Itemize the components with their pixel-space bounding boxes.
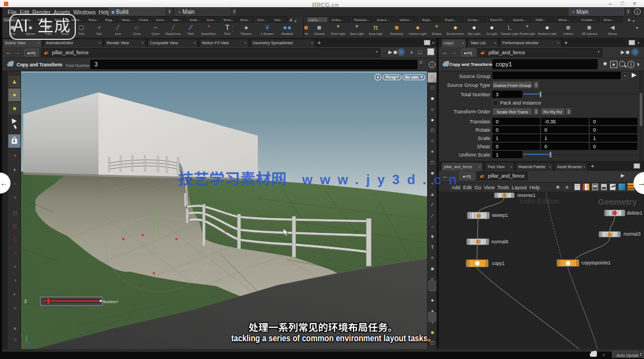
svg-text:y: y — [21, 333, 23, 336]
svg-text:copytopoints1: copytopoints1 — [581, 260, 611, 266]
svg-text:Persp: Persp — [386, 75, 396, 80]
svg-text:sweep1: sweep1 — [492, 212, 508, 218]
svg-text:normal3: normal3 — [624, 231, 641, 237]
svg-text:normal6: normal6 — [491, 239, 508, 244]
svg-text:Indie Edition: Indie Edition — [520, 197, 559, 205]
svg-text:3: 3 — [24, 299, 27, 305]
svg-text:Number: Number — [103, 299, 119, 304]
svg-text:copy1: copy1 — [492, 261, 505, 266]
svg-text:reverse1: reverse1 — [517, 192, 536, 198]
svg-text:delete1: delete1 — [627, 210, 642, 216]
svg-text:No cam: No cam — [405, 75, 419, 79]
svg-text:Geometry: Geometry — [598, 197, 637, 206]
